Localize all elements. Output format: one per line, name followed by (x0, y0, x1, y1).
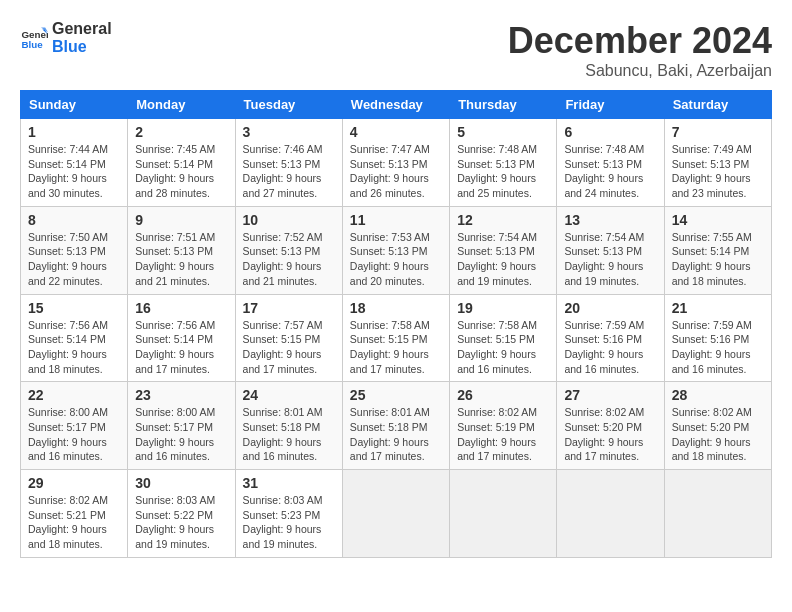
day-number: 25 (350, 387, 442, 403)
calendar-cell: 5 Sunrise: 7:48 AM Sunset: 5:13 PM Dayli… (450, 119, 557, 207)
day-info: Sunrise: 7:55 AM Sunset: 5:14 PM Dayligh… (672, 230, 764, 289)
logo-line2: Blue (52, 38, 112, 56)
calendar-cell: 26 Sunrise: 8:02 AM Sunset: 5:19 PM Dayl… (450, 382, 557, 470)
calendar-cell: 2 Sunrise: 7:45 AM Sunset: 5:14 PM Dayli… (128, 119, 235, 207)
day-number: 18 (350, 300, 442, 316)
calendar-cell: 7 Sunrise: 7:49 AM Sunset: 5:13 PM Dayli… (664, 119, 771, 207)
day-number: 12 (457, 212, 549, 228)
day-info: Sunrise: 8:02 AM Sunset: 5:20 PM Dayligh… (564, 405, 656, 464)
day-info: Sunrise: 8:01 AM Sunset: 5:18 PM Dayligh… (243, 405, 335, 464)
calendar-cell: 13 Sunrise: 7:54 AM Sunset: 5:13 PM Dayl… (557, 206, 664, 294)
calendar-cell: 21 Sunrise: 7:59 AM Sunset: 5:16 PM Dayl… (664, 294, 771, 382)
day-info: Sunrise: 8:03 AM Sunset: 5:23 PM Dayligh… (243, 493, 335, 552)
day-number: 22 (28, 387, 120, 403)
week-row-3: 15 Sunrise: 7:56 AM Sunset: 5:14 PM Dayl… (21, 294, 772, 382)
day-number: 13 (564, 212, 656, 228)
day-number: 27 (564, 387, 656, 403)
day-number: 10 (243, 212, 335, 228)
day-number: 3 (243, 124, 335, 140)
day-info: Sunrise: 7:58 AM Sunset: 5:15 PM Dayligh… (457, 318, 549, 377)
day-info: Sunrise: 7:56 AM Sunset: 5:14 PM Dayligh… (28, 318, 120, 377)
day-info: Sunrise: 7:48 AM Sunset: 5:13 PM Dayligh… (457, 142, 549, 201)
calendar-cell: 23 Sunrise: 8:00 AM Sunset: 5:17 PM Dayl… (128, 382, 235, 470)
day-number: 31 (243, 475, 335, 491)
day-number: 14 (672, 212, 764, 228)
weekday-header-friday: Friday (557, 91, 664, 119)
calendar-cell: 25 Sunrise: 8:01 AM Sunset: 5:18 PM Dayl… (342, 382, 449, 470)
calendar-cell: 19 Sunrise: 7:58 AM Sunset: 5:15 PM Dayl… (450, 294, 557, 382)
calendar-cell: 17 Sunrise: 7:57 AM Sunset: 5:15 PM Dayl… (235, 294, 342, 382)
calendar-cell: 11 Sunrise: 7:53 AM Sunset: 5:13 PM Dayl… (342, 206, 449, 294)
month-title: December 2024 (508, 20, 772, 62)
day-number: 21 (672, 300, 764, 316)
day-number: 6 (564, 124, 656, 140)
logo-icon: General Blue (20, 24, 48, 52)
day-info: Sunrise: 7:46 AM Sunset: 5:13 PM Dayligh… (243, 142, 335, 201)
calendar-cell: 29 Sunrise: 8:02 AM Sunset: 5:21 PM Dayl… (21, 470, 128, 558)
weekday-header-monday: Monday (128, 91, 235, 119)
svg-text:Blue: Blue (21, 38, 43, 49)
calendar-cell: 9 Sunrise: 7:51 AM Sunset: 5:13 PM Dayli… (128, 206, 235, 294)
calendar-cell: 8 Sunrise: 7:50 AM Sunset: 5:13 PM Dayli… (21, 206, 128, 294)
day-number: 9 (135, 212, 227, 228)
calendar-cell: 16 Sunrise: 7:56 AM Sunset: 5:14 PM Dayl… (128, 294, 235, 382)
day-info: Sunrise: 7:47 AM Sunset: 5:13 PM Dayligh… (350, 142, 442, 201)
day-number: 8 (28, 212, 120, 228)
calendar-cell (664, 470, 771, 558)
calendar-cell: 1 Sunrise: 7:44 AM Sunset: 5:14 PM Dayli… (21, 119, 128, 207)
day-info: Sunrise: 8:03 AM Sunset: 5:22 PM Dayligh… (135, 493, 227, 552)
day-info: Sunrise: 8:02 AM Sunset: 5:21 PM Dayligh… (28, 493, 120, 552)
day-info: Sunrise: 7:58 AM Sunset: 5:15 PM Dayligh… (350, 318, 442, 377)
day-number: 26 (457, 387, 549, 403)
weekday-header-row: SundayMondayTuesdayWednesdayThursdayFrid… (21, 91, 772, 119)
calendar-cell: 24 Sunrise: 8:01 AM Sunset: 5:18 PM Dayl… (235, 382, 342, 470)
calendar-cell: 31 Sunrise: 8:03 AM Sunset: 5:23 PM Dayl… (235, 470, 342, 558)
weekday-header-saturday: Saturday (664, 91, 771, 119)
day-info: Sunrise: 7:57 AM Sunset: 5:15 PM Dayligh… (243, 318, 335, 377)
day-number: 15 (28, 300, 120, 316)
day-number: 2 (135, 124, 227, 140)
week-row-5: 29 Sunrise: 8:02 AM Sunset: 5:21 PM Dayl… (21, 470, 772, 558)
calendar-cell: 10 Sunrise: 7:52 AM Sunset: 5:13 PM Dayl… (235, 206, 342, 294)
calendar-cell: 22 Sunrise: 8:00 AM Sunset: 5:17 PM Dayl… (21, 382, 128, 470)
calendar-cell: 6 Sunrise: 7:48 AM Sunset: 5:13 PM Dayli… (557, 119, 664, 207)
calendar-cell: 15 Sunrise: 7:56 AM Sunset: 5:14 PM Dayl… (21, 294, 128, 382)
calendar-cell: 4 Sunrise: 7:47 AM Sunset: 5:13 PM Dayli… (342, 119, 449, 207)
day-info: Sunrise: 7:53 AM Sunset: 5:13 PM Dayligh… (350, 230, 442, 289)
day-info: Sunrise: 7:59 AM Sunset: 5:16 PM Dayligh… (564, 318, 656, 377)
day-info: Sunrise: 7:51 AM Sunset: 5:13 PM Dayligh… (135, 230, 227, 289)
day-info: Sunrise: 7:50 AM Sunset: 5:13 PM Dayligh… (28, 230, 120, 289)
day-info: Sunrise: 7:56 AM Sunset: 5:14 PM Dayligh… (135, 318, 227, 377)
calendar-cell: 30 Sunrise: 8:03 AM Sunset: 5:22 PM Dayl… (128, 470, 235, 558)
logo: General Blue General Blue (20, 20, 112, 55)
calendar-table: SundayMondayTuesdayWednesdayThursdayFrid… (20, 90, 772, 558)
calendar-cell: 27 Sunrise: 8:02 AM Sunset: 5:20 PM Dayl… (557, 382, 664, 470)
header: General Blue General Blue December 2024 … (20, 20, 772, 80)
day-number: 16 (135, 300, 227, 316)
weekday-header-tuesday: Tuesday (235, 91, 342, 119)
day-info: Sunrise: 7:48 AM Sunset: 5:13 PM Dayligh… (564, 142, 656, 201)
calendar-cell: 20 Sunrise: 7:59 AM Sunset: 5:16 PM Dayl… (557, 294, 664, 382)
day-info: Sunrise: 8:00 AM Sunset: 5:17 PM Dayligh… (135, 405, 227, 464)
day-number: 17 (243, 300, 335, 316)
week-row-2: 8 Sunrise: 7:50 AM Sunset: 5:13 PM Dayli… (21, 206, 772, 294)
day-number: 29 (28, 475, 120, 491)
day-info: Sunrise: 8:02 AM Sunset: 5:19 PM Dayligh… (457, 405, 549, 464)
day-number: 11 (350, 212, 442, 228)
calendar-cell (342, 470, 449, 558)
week-row-1: 1 Sunrise: 7:44 AM Sunset: 5:14 PM Dayli… (21, 119, 772, 207)
week-row-4: 22 Sunrise: 8:00 AM Sunset: 5:17 PM Dayl… (21, 382, 772, 470)
location-subtitle: Sabuncu, Baki, Azerbaijan (508, 62, 772, 80)
day-info: Sunrise: 7:45 AM Sunset: 5:14 PM Dayligh… (135, 142, 227, 201)
weekday-header-sunday: Sunday (21, 91, 128, 119)
calendar-cell: 3 Sunrise: 7:46 AM Sunset: 5:13 PM Dayli… (235, 119, 342, 207)
day-info: Sunrise: 7:54 AM Sunset: 5:13 PM Dayligh… (564, 230, 656, 289)
day-number: 4 (350, 124, 442, 140)
day-number: 7 (672, 124, 764, 140)
title-area: December 2024 Sabuncu, Baki, Azerbaijan (508, 20, 772, 80)
weekday-header-wednesday: Wednesday (342, 91, 449, 119)
calendar-cell: 12 Sunrise: 7:54 AM Sunset: 5:13 PM Dayl… (450, 206, 557, 294)
day-info: Sunrise: 7:59 AM Sunset: 5:16 PM Dayligh… (672, 318, 764, 377)
day-number: 28 (672, 387, 764, 403)
calendar-cell: 28 Sunrise: 8:02 AM Sunset: 5:20 PM Dayl… (664, 382, 771, 470)
